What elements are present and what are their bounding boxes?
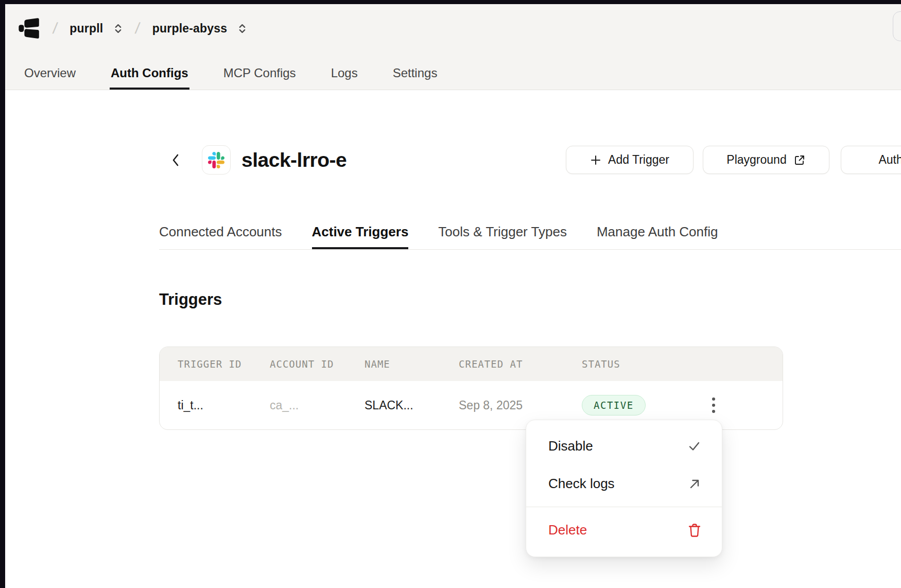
tab-auth-configs[interactable]: Auth Configs [110,58,189,90]
table-header-row: TRIGGER ID ACCOUNT ID NAME CREATED AT ST… [160,347,783,381]
menu-item-check-logs-label: Check logs [548,476,615,492]
check-icon [687,439,701,453]
trash-icon [688,523,701,538]
tab-overview[interactable]: Overview [23,58,77,90]
cell-trigger-id: ti_t... [178,399,270,412]
menu-item-delete[interactable]: Delete [526,511,722,549]
column-header-status: STATUS [582,358,695,370]
cell-created-at: Sep 8, 2025 [459,399,582,412]
page-title: slack-lrro-e [241,145,346,175]
column-header-created-at: CREATED AT [459,358,582,370]
auth-config-button-partial[interactable]: Auth Co [841,146,901,174]
header-action-button-partial[interactable] [893,11,901,41]
subtab-manage-auth-config[interactable]: Manage Auth Config [597,225,718,249]
slack-app-icon-box [202,145,231,175]
section-title-triggers: Triggers [159,290,222,309]
breadcrumb-org[interactable]: purpll [70,22,103,36]
add-trigger-label: Add Trigger [608,153,669,167]
tab-logs[interactable]: Logs [330,58,359,90]
menu-item-disable[interactable]: Disable [526,427,722,465]
breadcrumb-separator: / [52,20,59,37]
top-header: / purpll / purple-abyss Overview Auth Co… [5,4,901,90]
breadcrumb: / purpll / purple-abyss [5,4,247,53]
column-header-account-id: ACCOUNT ID [270,358,365,370]
detail-subtabs: Connected Accounts Active Triggers Tools… [159,225,901,250]
cell-name: SLACK... [365,399,459,412]
subtab-active-triggers[interactable]: Active Triggers [312,225,409,249]
row-context-menu: Disable Check logs Delete [526,420,722,557]
breadcrumb-separator: / [134,20,141,37]
auth-config-label: Auth Co [878,153,901,167]
arrow-up-right-icon [688,477,701,490]
back-button[interactable] [167,151,184,169]
menu-item-check-logs[interactable]: Check logs [526,465,722,503]
menu-divider [526,507,722,507]
composio-logo-icon[interactable] [18,16,41,40]
breadcrumb-project[interactable]: purple-abyss [152,22,228,36]
tab-mcp-configs[interactable]: MCP Configs [222,58,297,90]
tab-settings[interactable]: Settings [392,58,439,90]
subtab-tools-trigger-types[interactable]: Tools & Trigger Types [438,225,567,249]
menu-item-delete-label: Delete [548,522,587,538]
main-nav-tabs: Overview Auth Configs MCP Configs Logs S… [5,58,438,90]
row-actions-button[interactable] [704,394,723,417]
project-switcher-chevron-icon[interactable] [237,23,247,34]
cell-account-id: ca_... [270,399,365,412]
subtab-connected-accounts[interactable]: Connected Accounts [159,225,282,249]
plus-icon [590,154,601,166]
chevron-left-icon [170,152,181,168]
page-title-row: slack-lrro-e Add Trigger Playground Auth… [5,145,901,175]
slack-icon [208,152,224,168]
column-header-trigger-id: TRIGGER ID [178,358,270,370]
column-header-name: NAME [365,358,459,370]
kebab-menu-icon [712,396,716,414]
playground-button[interactable]: Playground [703,146,829,174]
window-frame: / purpll / purple-abyss Overview Auth Co… [0,0,901,588]
menu-item-disable-label: Disable [548,438,593,454]
add-trigger-button[interactable]: Add Trigger [566,146,694,174]
triggers-table: TRIGGER ID ACCOUNT ID NAME CREATED AT ST… [159,347,783,430]
app-viewport: / purpll / purple-abyss Overview Auth Co… [5,4,901,588]
status-badge: ACTIVE [582,395,646,416]
playground-label: Playground [726,153,786,167]
external-link-icon [793,154,806,166]
org-switcher-chevron-icon[interactable] [113,23,123,34]
